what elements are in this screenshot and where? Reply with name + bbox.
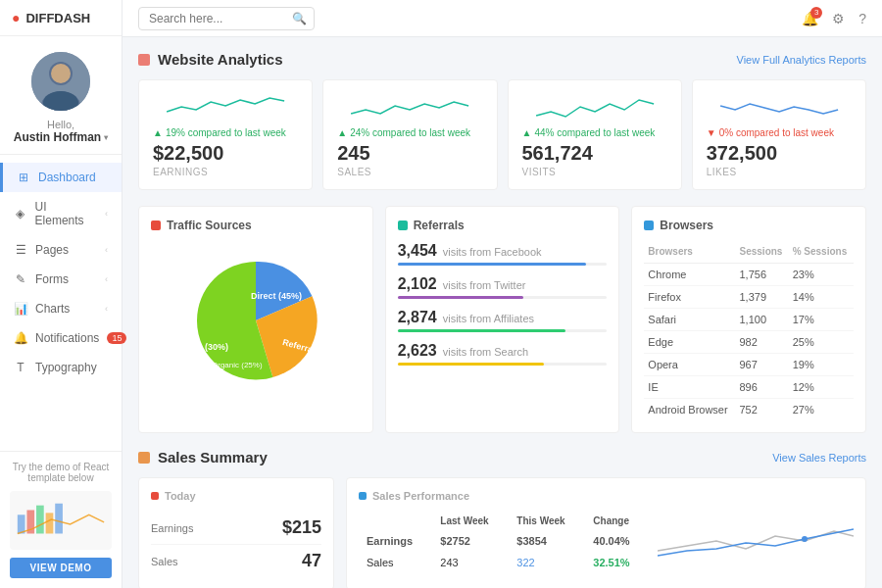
referral-source: visits from Facebook xyxy=(443,246,542,258)
sidebar-item-label: Notifications xyxy=(35,331,99,345)
browser-name: Edge xyxy=(644,331,735,354)
table-row: Chrome 1,756 23% xyxy=(644,264,854,286)
sidebar-item-ui-elements[interactable]: ◈ UI Elements ‹ xyxy=(0,192,122,235)
charts-icon: 📊 xyxy=(14,302,27,316)
pie-chart: Direct (45%) Referral (30%) Organic (25%… xyxy=(151,242,361,399)
earnings-change: ▲ 19% compared to last week xyxy=(153,127,298,138)
search-input[interactable] xyxy=(149,12,286,25)
likes-sparkline xyxy=(707,92,852,122)
svg-rect-5 xyxy=(18,514,25,533)
browser-sessions: 1,100 xyxy=(736,309,789,331)
earnings-sparkline xyxy=(153,92,298,122)
likes-change: ▼ 0% compared to last week xyxy=(707,127,852,138)
user-caret: ▾ xyxy=(104,133,108,142)
chevron-left-icon: ‹ xyxy=(105,274,108,284)
earnings-label: EARNINGS xyxy=(153,167,298,177)
logo: ● DIFFDASH xyxy=(0,0,122,36)
ui-elements-icon: ◈ xyxy=(14,207,27,220)
browser-sessions: 896 xyxy=(736,376,789,399)
visits-sparkline xyxy=(522,92,667,122)
perf-col-this-week: This Week xyxy=(509,512,585,530)
sidebar-item-pages[interactable]: ☰ Pages ‹ xyxy=(0,235,122,265)
perf-this-week: 322 xyxy=(509,552,585,573)
referrals-title: Referrals xyxy=(398,219,608,232)
main-content: 🔍 🔔 3 ⚙ ? Website Analytics View Full An… xyxy=(122,0,882,588)
browser-pct: 19% xyxy=(789,354,854,376)
browser-sessions: 982 xyxy=(736,331,789,354)
search-icon: 🔍 xyxy=(292,12,307,25)
table-row: Android Browser 752 27% xyxy=(644,399,854,421)
sales-reports-link[interactable]: View Sales Reports xyxy=(772,452,866,464)
traffic-sources-title: Traffic Sources xyxy=(151,219,361,232)
sidebar-item-notifications[interactable]: 🔔 Notifications 15 xyxy=(0,323,122,353)
perf-change: 32.51% xyxy=(585,552,648,573)
notifications-button[interactable]: 🔔 3 xyxy=(802,11,818,26)
topbar: 🔍 🔔 3 ⚙ ? xyxy=(122,0,882,37)
svg-text:Direct (45%): Direct (45%) xyxy=(251,291,302,301)
browser-sessions: 967 xyxy=(736,354,789,376)
sales-value: 245 xyxy=(337,142,482,165)
visits-label: VISITS xyxy=(522,167,667,177)
help-button[interactable]: ? xyxy=(858,11,866,26)
notification-count: 3 xyxy=(810,7,822,19)
sidebar-item-charts[interactable]: 📊 Charts ‹ xyxy=(0,294,122,323)
referral-item: 2,623 visits from Search xyxy=(398,342,608,366)
sidebar-item-label: Pages xyxy=(35,243,69,257)
stat-card-earnings: ▲ 19% compared to last week $22,500 EARN… xyxy=(138,79,313,190)
likes-value: 372,500 xyxy=(707,142,852,165)
sales-label: SALES xyxy=(337,167,482,177)
user-name[interactable]: Austin Hoffman ▾ xyxy=(14,130,108,144)
sidebar-item-typography[interactable]: T Typography xyxy=(0,353,122,382)
traffic-icon xyxy=(151,220,161,230)
browsers-card: Browsers Browsers Sessions % Sessions Ch… xyxy=(631,206,866,433)
today-dot xyxy=(151,492,159,500)
svg-rect-9 xyxy=(55,504,63,534)
table-row: Safari 1,100 17% xyxy=(644,309,854,331)
table-row: Firefox 1,379 14% xyxy=(644,286,854,309)
sales-sparkline xyxy=(337,92,482,122)
browser-sessions: 1,756 xyxy=(736,264,789,286)
browser-name: Firefox xyxy=(644,286,735,309)
stat-card-sales: ▲ 24% compared to last week 245 SALES xyxy=(322,79,497,190)
perf-this-week: $3854 xyxy=(509,530,585,552)
sidebar-item-dashboard[interactable]: ⊞ Dashboard xyxy=(0,163,122,192)
search-box[interactable]: 🔍 xyxy=(138,7,315,30)
browsers-title: Browsers xyxy=(644,219,854,232)
view-demo-button[interactable]: VIEW DEMO xyxy=(10,558,112,578)
settings-button[interactable]: ⚙ xyxy=(832,11,845,26)
referral-count: 2,874 xyxy=(398,309,437,326)
browsers-col-pct: % Sessions xyxy=(789,242,854,264)
chevron-left-icon: ‹ xyxy=(105,209,108,219)
perf-col-metric xyxy=(359,512,432,530)
analytics-full-link[interactable]: View Full Analytics Reports xyxy=(737,54,866,66)
browsers-col-browser: Browsers xyxy=(644,242,735,264)
referral-list: 3,454 visits from Facebook 2,102 visits … xyxy=(398,242,608,366)
browser-pct: 27% xyxy=(789,399,854,421)
browser-name: IE xyxy=(644,376,735,399)
demo-description: Try the demo of React template below xyxy=(10,462,112,483)
analytics-icon xyxy=(138,54,150,66)
performance-table: Last Week This Week Change Earnings $275… xyxy=(359,512,648,573)
browser-name: Safari xyxy=(644,309,735,331)
referral-source: visits from Search xyxy=(443,346,528,358)
today-sales-value: 47 xyxy=(302,551,321,571)
referrals-icon xyxy=(398,220,408,230)
traffic-sources-card: Traffic Sources Direct (45%) Referral (3… xyxy=(138,206,373,433)
browser-sessions: 752 xyxy=(736,399,789,421)
perf-col-last-week: Last Week xyxy=(432,512,509,530)
browser-name: Chrome xyxy=(644,264,735,286)
sales-icon xyxy=(138,452,150,464)
avatar xyxy=(31,52,90,111)
earnings-value: $22,500 xyxy=(153,142,298,165)
referrals-card: Referrals 3,454 visits from Facebook 2,1… xyxy=(385,206,620,433)
likes-label: LIKES xyxy=(707,167,852,177)
perf-metric: Sales xyxy=(359,552,432,573)
performance-title: Sales Performance xyxy=(359,490,854,502)
table-row: Edge 982 25% xyxy=(644,331,854,354)
sidebar-item-forms[interactable]: ✎ Forms ‹ xyxy=(0,265,122,294)
sales-row: Today Earnings $215 Sales 47 Sales Perfo… xyxy=(138,477,866,588)
content-area: Website Analytics View Full Analytics Re… xyxy=(122,37,882,588)
analytics-title: Website Analytics xyxy=(138,51,283,68)
analytics-row: Traffic Sources Direct (45%) Referral (3… xyxy=(138,206,866,433)
pages-icon: ☰ xyxy=(14,243,27,257)
